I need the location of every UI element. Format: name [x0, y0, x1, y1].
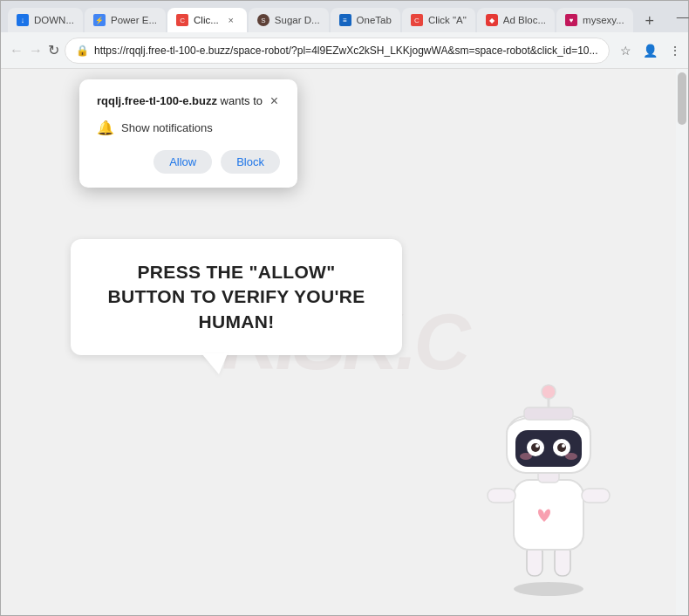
scrollbar[interactable] [676, 69, 688, 615]
click-favicon: C [176, 14, 188, 26]
bell-icon: 🔔 [97, 120, 114, 136]
tab-downloads[interactable]: ↓ DOWN... [8, 8, 83, 32]
address-bar: ← → ↻ 🔒 https://rqqlj.free-tl-100-e.buzz… [1, 32, 688, 69]
tab-adblock[interactable]: ◆ Ad Bloc... [477, 8, 555, 32]
tab-click-b-label: Click "A" [428, 15, 467, 25]
forward-button[interactable]: → [29, 38, 43, 64]
notification-site-bold: rqqlj.free-tl-100-e.buzz [97, 94, 217, 107]
robot-shadow [514, 582, 583, 596]
robot-head-top [524, 407, 573, 420]
robot-right-arm [582, 489, 610, 503]
tab-power-label: Power E... [111, 15, 157, 25]
window-controls: — □ ✕ [672, 5, 689, 28]
notification-site: rqqlj.free-tl-100-e.buzz wants to [97, 93, 263, 109]
robot-right-blush [565, 453, 577, 460]
tab-click-label: Clic... [194, 15, 219, 25]
tab-adblock-label: Ad Bloc... [503, 15, 546, 25]
reload-button[interactable]: ↻ [48, 38, 59, 64]
tab-strip: ↓ DOWN... ⚡ Power E... C Clic... × S Sug… [8, 1, 661, 32]
notification-buttons: Allow Block [97, 150, 280, 174]
tab-power[interactable]: ⚡ Power E... [85, 8, 166, 32]
adblock-favicon: ◆ [486, 14, 498, 26]
robot-right-pupil [557, 443, 566, 452]
tab-downloads-label: DOWN... [34, 15, 74, 25]
bookmark-button[interactable]: ☆ [615, 39, 638, 62]
toolbar-actions: ☆ 👤 ⋮ [615, 39, 686, 62]
robot-right-eye-shine [562, 444, 565, 448]
new-tab-button[interactable]: + [638, 10, 661, 32]
block-button[interactable]: Block [221, 150, 280, 174]
click-b-favicon: C [411, 14, 423, 26]
onetab-favicon: ≡ [339, 14, 351, 26]
tab-click-b[interactable]: C Click "A" [402, 8, 475, 32]
tab-mysexy-label: mysexy... [583, 15, 624, 25]
sugar-favicon: S [257, 14, 269, 26]
security-icon: 🔒 [76, 44, 89, 57]
robot-antenna-ball [542, 385, 556, 399]
show-notifications-label: Show notifications [121, 121, 213, 134]
back-button[interactable]: ← [10, 38, 24, 64]
tab-click-active[interactable]: C Clic... × [167, 8, 247, 32]
speech-bubble: PRESS THE "ALLOW" BUTTON TO VERIFY YOU'R… [71, 239, 402, 355]
browser-window: ↓ DOWN... ⚡ Power E... C Clic... × S Sug… [0, 0, 689, 616]
tab-onetab[interactable]: ≡ OneTab [331, 8, 400, 32]
robot-left-eye-shine [536, 444, 539, 448]
tab-sugar[interactable]: S Sugar D... [249, 8, 329, 32]
minimize-button[interactable]: — [672, 5, 689, 28]
notification-close-button[interactable]: × [269, 93, 280, 109]
tab-mysexy[interactable]: ♥ mysexy... [556, 8, 633, 32]
downloads-favicon: ↓ [17, 14, 29, 26]
robot-visor [515, 430, 582, 467]
page-content: RISK.C rqqlj.free-tl-100-e.buzz wants to… [1, 69, 688, 615]
robot-left-arm [488, 489, 515, 503]
tab-onetab-label: OneTab [357, 15, 392, 25]
notification-header: rqqlj.free-tl-100-e.buzz wants to × [97, 93, 280, 109]
address-box[interactable]: 🔒 https://rqqlj.free-tl-100-e.buzz/space… [65, 38, 610, 64]
notification-row: 🔔 Show notifications [97, 120, 280, 136]
notification-popup: rqqlj.free-tl-100-e.buzz wants to × 🔔 Sh… [79, 79, 297, 188]
tab-sugar-label: Sugar D... [275, 15, 320, 25]
allow-button[interactable]: Allow [153, 150, 212, 174]
bubble-text: PRESS THE "ALLOW" BUTTON TO VERIFY YOU'R… [97, 260, 376, 334]
tab-close-button[interactable]: × [224, 13, 238, 27]
menu-button[interactable]: ⋮ [664, 39, 686, 62]
title-bar: ↓ DOWN... ⚡ Power E... C Clic... × S Sug… [1, 1, 688, 32]
robot-left-blush [520, 453, 532, 460]
mysexy-favicon: ♥ [565, 14, 577, 26]
power-favicon: ⚡ [93, 14, 106, 26]
scrollbar-thumb[interactable] [678, 72, 686, 125]
notification-wants-to: wants to [217, 94, 263, 107]
robot-character [461, 353, 636, 598]
robot-svg [461, 353, 636, 598]
profile-button[interactable]: 👤 [639, 39, 662, 62]
robot-left-pupil [531, 443, 540, 452]
address-text: https://rqqlj.free-tl-100-e.buzz/space-r… [94, 44, 598, 57]
